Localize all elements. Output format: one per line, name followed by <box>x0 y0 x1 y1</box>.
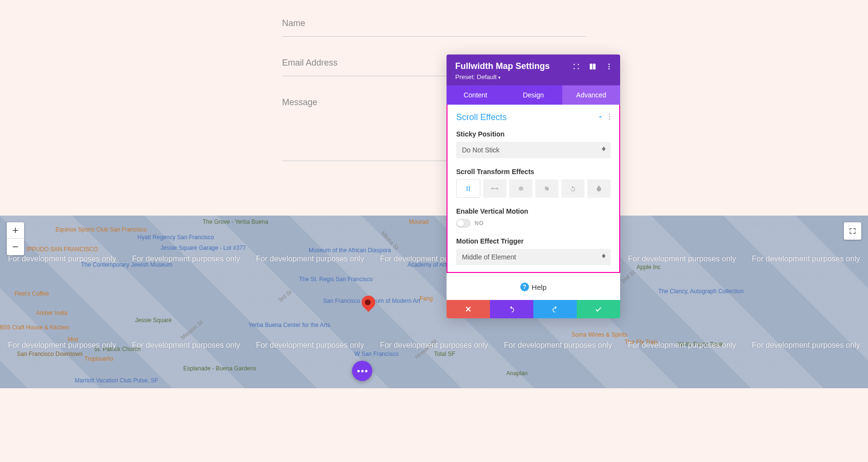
effect-horizontal-icon[interactable] <box>483 179 506 198</box>
panel-footer <box>447 300 620 318</box>
help-icon: ? <box>520 283 529 291</box>
name-label: Name <box>282 18 586 28</box>
map-watermark-overlay: For development purposes only For develo… <box>0 216 868 388</box>
name-field[interactable]: Name <box>282 14 586 37</box>
settings-panel: Fullwidth Map Settings Preset: Default C… <box>447 54 620 318</box>
svg-point-4 <box>609 116 610 118</box>
vertical-motion-label: Enable Vertical Motion <box>456 207 610 215</box>
kebab-icon[interactable] <box>605 62 613 71</box>
fullwidth-map[interactable]: The Grove - Yerba Buena Mourad Museum of… <box>0 216 868 388</box>
collapse-icon[interactable] <box>597 113 604 122</box>
svg-point-1 <box>609 66 610 68</box>
effect-rotate-icon[interactable] <box>561 179 584 198</box>
save-button[interactable] <box>577 300 620 318</box>
undo-button[interactable] <box>490 300 533 318</box>
zoom-in-button[interactable]: + <box>7 222 24 239</box>
effect-scale-icon[interactable] <box>535 179 558 198</box>
cancel-button[interactable] <box>447 300 490 318</box>
redo-button[interactable] <box>533 300 577 318</box>
svg-point-0 <box>609 64 610 65</box>
tab-advanced[interactable]: Advanced <box>562 85 620 105</box>
vertical-motion-toggle[interactable] <box>456 219 471 228</box>
help-text: Help <box>532 283 547 291</box>
panel-help-row[interactable]: ? Help <box>447 273 620 300</box>
section-kebab-icon[interactable] <box>609 113 610 122</box>
panel-header[interactable]: Fullwidth Map Settings Preset: Default <box>447 54 620 85</box>
scroll-transform-label: Scroll Transform Effects <box>456 168 610 176</box>
svg-point-5 <box>609 119 610 120</box>
map-fullscreen-button[interactable] <box>844 222 861 240</box>
panel-body: Scroll Effects Sticky Position Do Not St… <box>447 105 620 273</box>
vertical-motion-value: NO <box>475 220 484 227</box>
svg-point-2 <box>609 68 610 69</box>
svg-point-3 <box>609 114 610 115</box>
effect-vertical-icon[interactable] <box>456 179 480 198</box>
motion-trigger-select[interactable]: Middle of Element <box>456 249 610 265</box>
columns-icon[interactable] <box>588 62 597 71</box>
zoom-out-button[interactable]: − <box>7 239 24 255</box>
effect-fade-icon[interactable] <box>509 179 532 198</box>
map-zoom-controls: + − <box>7 222 24 255</box>
panel-preset[interactable]: Preset: Default <box>455 73 611 81</box>
tab-design[interactable]: Design <box>504 85 562 105</box>
svg-point-7 <box>520 187 524 190</box>
sticky-position-select[interactable]: Do Not Stick <box>456 142 610 158</box>
section-title[interactable]: Scroll Effects <box>456 112 507 122</box>
panel-tabs: Content Design Advanced <box>447 85 620 105</box>
effect-blur-icon[interactable] <box>587 179 610 198</box>
transform-effect-buttons <box>456 179 610 198</box>
tab-content[interactable]: Content <box>447 85 504 105</box>
contact-form: Name Email Address Message <box>0 0 868 161</box>
motion-trigger-label: Motion Effect Trigger <box>456 237 610 245</box>
sticky-position-label: Sticky Position <box>456 130 610 138</box>
snap-icon[interactable] <box>572 62 581 71</box>
builder-fab-button[interactable] <box>352 361 372 381</box>
